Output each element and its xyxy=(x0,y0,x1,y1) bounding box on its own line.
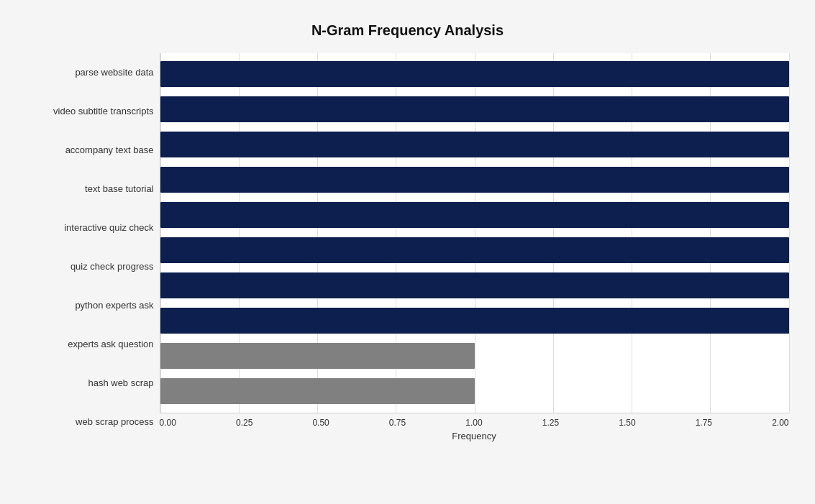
grid-line xyxy=(789,53,790,413)
x-tick: 1.75 xyxy=(696,418,712,428)
bar-row xyxy=(160,127,789,162)
y-axis-label: accompany text base xyxy=(27,131,154,170)
y-axis-label: video subtitle transcripts xyxy=(27,92,154,131)
x-tick: 0.25 xyxy=(236,418,252,428)
bar xyxy=(160,96,789,122)
x-axis-label: Frequency xyxy=(160,431,789,441)
x-tick: 1.50 xyxy=(619,418,635,428)
chart-area: parse website datavideo subtitle transcr… xyxy=(27,53,789,441)
x-tick: 1.25 xyxy=(542,418,559,428)
y-axis-label: text base tutorial xyxy=(27,170,154,209)
bar xyxy=(160,272,789,298)
bar-row xyxy=(160,339,789,373)
y-axis-label: interactive quiz check xyxy=(27,209,154,247)
bar xyxy=(160,308,789,334)
bar xyxy=(160,237,789,263)
chart-title: N-Gram Frequency Analysis xyxy=(27,22,789,39)
y-axis: parse website datavideo subtitle transcr… xyxy=(27,53,160,441)
bar xyxy=(160,202,789,228)
x-tick: 2.00 xyxy=(772,418,788,428)
y-axis-label: hash web scrap xyxy=(27,364,154,403)
plot-area: 0.000.250.500.751.001.251.501.752.00 Fre… xyxy=(160,53,789,441)
y-axis-label: web scrap process xyxy=(27,403,154,441)
bar-row xyxy=(160,92,789,127)
x-tick: 0.50 xyxy=(312,418,329,428)
bar xyxy=(160,61,789,87)
y-axis-label: experts ask question xyxy=(27,325,154,364)
bar-row xyxy=(160,374,789,408)
bar-row xyxy=(160,57,789,91)
bars-wrapper xyxy=(160,53,789,413)
bar-row xyxy=(160,162,789,197)
x-axis: 0.000.250.500.751.001.251.501.752.00 xyxy=(160,413,789,428)
bar xyxy=(160,132,789,157)
bar-row xyxy=(160,303,789,338)
x-tick: 0.75 xyxy=(389,418,406,428)
x-tick: 1.00 xyxy=(465,418,482,428)
bar-row xyxy=(160,268,789,303)
bars-section xyxy=(160,53,789,413)
bar xyxy=(160,378,475,404)
bar xyxy=(160,343,475,369)
bar xyxy=(160,167,789,193)
bar-row xyxy=(160,198,789,232)
chart-container: N-Gram Frequency Analysis parse website … xyxy=(12,8,803,497)
x-tick: 0.00 xyxy=(160,418,176,428)
bar-row xyxy=(160,233,789,267)
y-axis-label: parse website data xyxy=(27,53,154,92)
y-axis-label: quiz check progress xyxy=(27,247,154,286)
y-axis-label: python experts ask xyxy=(27,286,154,325)
